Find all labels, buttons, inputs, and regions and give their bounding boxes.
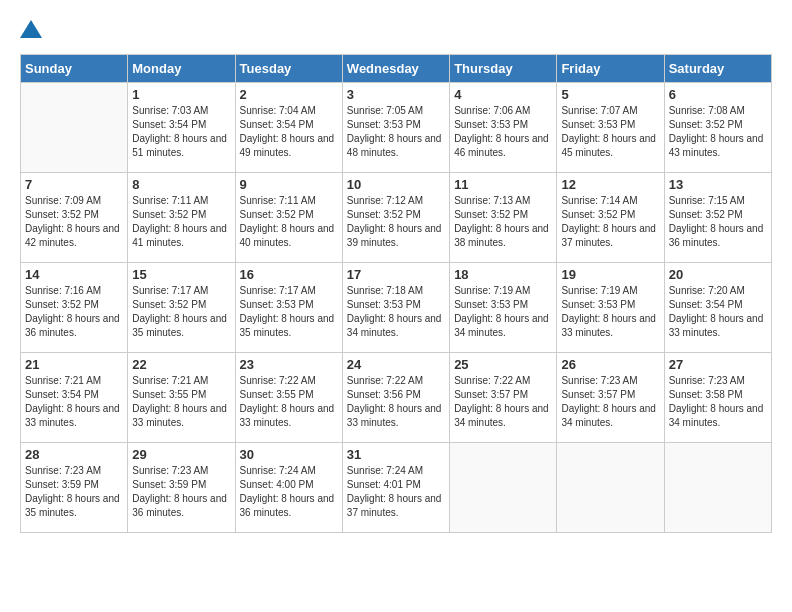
day-sun-info: Sunrise: 7:04 AMSunset: 3:54 PMDaylight:… bbox=[240, 104, 338, 160]
svg-marker-0 bbox=[20, 20, 42, 38]
calendar-cell: 25Sunrise: 7:22 AMSunset: 3:57 PMDayligh… bbox=[450, 353, 557, 443]
day-number: 26 bbox=[561, 357, 659, 372]
day-number: 6 bbox=[669, 87, 767, 102]
calendar-cell: 12Sunrise: 7:14 AMSunset: 3:52 PMDayligh… bbox=[557, 173, 664, 263]
calendar-cell: 28Sunrise: 7:23 AMSunset: 3:59 PMDayligh… bbox=[21, 443, 128, 533]
calendar-cell: 14Sunrise: 7:16 AMSunset: 3:52 PMDayligh… bbox=[21, 263, 128, 353]
calendar-cell: 20Sunrise: 7:20 AMSunset: 3:54 PMDayligh… bbox=[664, 263, 771, 353]
day-sun-info: Sunrise: 7:15 AMSunset: 3:52 PMDaylight:… bbox=[669, 194, 767, 250]
day-sun-info: Sunrise: 7:22 AMSunset: 3:55 PMDaylight:… bbox=[240, 374, 338, 430]
day-number: 27 bbox=[669, 357, 767, 372]
day-sun-info: Sunrise: 7:11 AMSunset: 3:52 PMDaylight:… bbox=[240, 194, 338, 250]
calendar-cell: 31Sunrise: 7:24 AMSunset: 4:01 PMDayligh… bbox=[342, 443, 449, 533]
day-number: 18 bbox=[454, 267, 552, 282]
day-sun-info: Sunrise: 7:21 AMSunset: 3:55 PMDaylight:… bbox=[132, 374, 230, 430]
weekday-header-wednesday: Wednesday bbox=[342, 55, 449, 83]
calendar-cell: 13Sunrise: 7:15 AMSunset: 3:52 PMDayligh… bbox=[664, 173, 771, 263]
day-sun-info: Sunrise: 7:19 AMSunset: 3:53 PMDaylight:… bbox=[561, 284, 659, 340]
page-header bbox=[20, 20, 772, 38]
calendar-cell: 3Sunrise: 7:05 AMSunset: 3:53 PMDaylight… bbox=[342, 83, 449, 173]
day-number: 8 bbox=[132, 177, 230, 192]
calendar-cell: 27Sunrise: 7:23 AMSunset: 3:58 PMDayligh… bbox=[664, 353, 771, 443]
day-number: 2 bbox=[240, 87, 338, 102]
day-sun-info: Sunrise: 7:06 AMSunset: 3:53 PMDaylight:… bbox=[454, 104, 552, 160]
calendar-cell: 16Sunrise: 7:17 AMSunset: 3:53 PMDayligh… bbox=[235, 263, 342, 353]
calendar-cell: 29Sunrise: 7:23 AMSunset: 3:59 PMDayligh… bbox=[128, 443, 235, 533]
day-sun-info: Sunrise: 7:23 AMSunset: 3:59 PMDaylight:… bbox=[25, 464, 123, 520]
calendar-cell bbox=[21, 83, 128, 173]
day-number: 31 bbox=[347, 447, 445, 462]
day-sun-info: Sunrise: 7:23 AMSunset: 3:59 PMDaylight:… bbox=[132, 464, 230, 520]
calendar-cell bbox=[557, 443, 664, 533]
day-sun-info: Sunrise: 7:08 AMSunset: 3:52 PMDaylight:… bbox=[669, 104, 767, 160]
day-sun-info: Sunrise: 7:17 AMSunset: 3:52 PMDaylight:… bbox=[132, 284, 230, 340]
calendar-cell: 22Sunrise: 7:21 AMSunset: 3:55 PMDayligh… bbox=[128, 353, 235, 443]
day-sun-info: Sunrise: 7:24 AMSunset: 4:00 PMDaylight:… bbox=[240, 464, 338, 520]
calendar-cell: 4Sunrise: 7:06 AMSunset: 3:53 PMDaylight… bbox=[450, 83, 557, 173]
day-number: 30 bbox=[240, 447, 338, 462]
day-sun-info: Sunrise: 7:19 AMSunset: 3:53 PMDaylight:… bbox=[454, 284, 552, 340]
day-sun-info: Sunrise: 7:18 AMSunset: 3:53 PMDaylight:… bbox=[347, 284, 445, 340]
weekday-header-friday: Friday bbox=[557, 55, 664, 83]
day-number: 19 bbox=[561, 267, 659, 282]
day-sun-info: Sunrise: 7:23 AMSunset: 3:58 PMDaylight:… bbox=[669, 374, 767, 430]
calendar-cell: 10Sunrise: 7:12 AMSunset: 3:52 PMDayligh… bbox=[342, 173, 449, 263]
day-number: 13 bbox=[669, 177, 767, 192]
day-sun-info: Sunrise: 7:24 AMSunset: 4:01 PMDaylight:… bbox=[347, 464, 445, 520]
calendar-cell: 19Sunrise: 7:19 AMSunset: 3:53 PMDayligh… bbox=[557, 263, 664, 353]
day-sun-info: Sunrise: 7:23 AMSunset: 3:57 PMDaylight:… bbox=[561, 374, 659, 430]
calendar-cell: 11Sunrise: 7:13 AMSunset: 3:52 PMDayligh… bbox=[450, 173, 557, 263]
calendar-cell bbox=[664, 443, 771, 533]
calendar-cell: 2Sunrise: 7:04 AMSunset: 3:54 PMDaylight… bbox=[235, 83, 342, 173]
day-sun-info: Sunrise: 7:13 AMSunset: 3:52 PMDaylight:… bbox=[454, 194, 552, 250]
day-sun-info: Sunrise: 7:05 AMSunset: 3:53 PMDaylight:… bbox=[347, 104, 445, 160]
day-number: 24 bbox=[347, 357, 445, 372]
calendar-cell: 15Sunrise: 7:17 AMSunset: 3:52 PMDayligh… bbox=[128, 263, 235, 353]
calendar-cell: 30Sunrise: 7:24 AMSunset: 4:00 PMDayligh… bbox=[235, 443, 342, 533]
calendar-cell: 5Sunrise: 7:07 AMSunset: 3:53 PMDaylight… bbox=[557, 83, 664, 173]
calendar-cell: 26Sunrise: 7:23 AMSunset: 3:57 PMDayligh… bbox=[557, 353, 664, 443]
day-number: 25 bbox=[454, 357, 552, 372]
day-number: 4 bbox=[454, 87, 552, 102]
calendar-cell: 1Sunrise: 7:03 AMSunset: 3:54 PMDaylight… bbox=[128, 83, 235, 173]
calendar-cell: 24Sunrise: 7:22 AMSunset: 3:56 PMDayligh… bbox=[342, 353, 449, 443]
day-number: 21 bbox=[25, 357, 123, 372]
day-number: 23 bbox=[240, 357, 338, 372]
day-number: 11 bbox=[454, 177, 552, 192]
logo-triangle-icon bbox=[20, 20, 42, 38]
logo bbox=[20, 20, 42, 38]
day-sun-info: Sunrise: 7:22 AMSunset: 3:56 PMDaylight:… bbox=[347, 374, 445, 430]
day-number: 7 bbox=[25, 177, 123, 192]
day-sun-info: Sunrise: 7:21 AMSunset: 3:54 PMDaylight:… bbox=[25, 374, 123, 430]
day-sun-info: Sunrise: 7:17 AMSunset: 3:53 PMDaylight:… bbox=[240, 284, 338, 340]
calendar-cell: 9Sunrise: 7:11 AMSunset: 3:52 PMDaylight… bbox=[235, 173, 342, 263]
day-number: 28 bbox=[25, 447, 123, 462]
calendar-table: SundayMondayTuesdayWednesdayThursdayFrid… bbox=[20, 54, 772, 533]
calendar-cell: 8Sunrise: 7:11 AMSunset: 3:52 PMDaylight… bbox=[128, 173, 235, 263]
day-sun-info: Sunrise: 7:20 AMSunset: 3:54 PMDaylight:… bbox=[669, 284, 767, 340]
day-number: 12 bbox=[561, 177, 659, 192]
calendar-cell: 17Sunrise: 7:18 AMSunset: 3:53 PMDayligh… bbox=[342, 263, 449, 353]
day-sun-info: Sunrise: 7:09 AMSunset: 3:52 PMDaylight:… bbox=[25, 194, 123, 250]
calendar-cell: 21Sunrise: 7:21 AMSunset: 3:54 PMDayligh… bbox=[21, 353, 128, 443]
day-number: 16 bbox=[240, 267, 338, 282]
day-sun-info: Sunrise: 7:11 AMSunset: 3:52 PMDaylight:… bbox=[132, 194, 230, 250]
day-number: 20 bbox=[669, 267, 767, 282]
day-sun-info: Sunrise: 7:03 AMSunset: 3:54 PMDaylight:… bbox=[132, 104, 230, 160]
day-number: 3 bbox=[347, 87, 445, 102]
day-number: 14 bbox=[25, 267, 123, 282]
calendar-cell: 18Sunrise: 7:19 AMSunset: 3:53 PMDayligh… bbox=[450, 263, 557, 353]
calendar-cell: 23Sunrise: 7:22 AMSunset: 3:55 PMDayligh… bbox=[235, 353, 342, 443]
day-number: 17 bbox=[347, 267, 445, 282]
day-sun-info: Sunrise: 7:16 AMSunset: 3:52 PMDaylight:… bbox=[25, 284, 123, 340]
weekday-header-tuesday: Tuesday bbox=[235, 55, 342, 83]
weekday-header-thursday: Thursday bbox=[450, 55, 557, 83]
calendar-cell: 7Sunrise: 7:09 AMSunset: 3:52 PMDaylight… bbox=[21, 173, 128, 263]
day-sun-info: Sunrise: 7:07 AMSunset: 3:53 PMDaylight:… bbox=[561, 104, 659, 160]
day-number: 22 bbox=[132, 357, 230, 372]
day-sun-info: Sunrise: 7:22 AMSunset: 3:57 PMDaylight:… bbox=[454, 374, 552, 430]
day-number: 29 bbox=[132, 447, 230, 462]
day-sun-info: Sunrise: 7:12 AMSunset: 3:52 PMDaylight:… bbox=[347, 194, 445, 250]
weekday-header-saturday: Saturday bbox=[664, 55, 771, 83]
weekday-header-sunday: Sunday bbox=[21, 55, 128, 83]
